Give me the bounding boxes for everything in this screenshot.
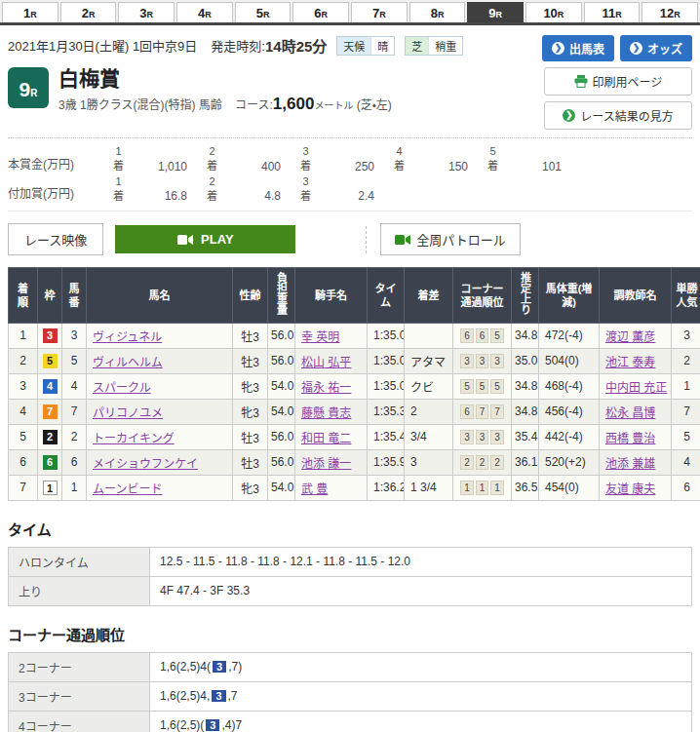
video-row: レース映像 PLAY 全周パトロール (8, 223, 692, 255)
col-corner-order: コーナー通過順位 (453, 268, 512, 323)
win-favorite: 6 (672, 475, 700, 500)
race-tab-9r[interactable]: 9R (467, 2, 524, 22)
finish-position: 1 (9, 323, 38, 348)
prize-value: 101 (498, 160, 562, 173)
trainer-link[interactable]: 友道 康夫 (605, 482, 655, 496)
col-carried-weight-label: 負担重量 (275, 272, 287, 315)
col-frame: 枠 (38, 268, 62, 323)
finish-time: 1:36.2 (368, 475, 405, 500)
print-page-label: 印刷用ページ (593, 73, 663, 90)
race-tab-8r[interactable]: 8R (409, 2, 466, 22)
jockey-link[interactable]: 幸 英明 (301, 330, 339, 344)
table-row: ハロンタイム 12.5 - 11.5 - 11.8 - 11.8 - 12.1 … (9, 547, 692, 576)
horse-name-link[interactable]: ムーンビード (93, 482, 162, 496)
frame-badge-cell: 6 (38, 449, 62, 475)
trainer-link[interactable]: 池江 泰寿 (605, 356, 655, 369)
race-tab-11r[interactable]: 11R (584, 2, 641, 22)
table-row: 3コーナー 1,6(2,5)4,3,7 (9, 681, 692, 711)
horse-name-link[interactable]: メイショウフンケイ (93, 457, 198, 471)
entry-table-label: 出馬表 (569, 40, 604, 57)
race-number: 9 (19, 71, 31, 108)
frame-badge: 6 (43, 455, 58, 470)
jockey-link[interactable]: 松山 弘平 (301, 356, 351, 369)
tab-suffix: R (438, 10, 445, 19)
prize-value: 150 (405, 160, 468, 173)
prize-extra-row: 付加賞(万円) 1着16.82着4.83着2.4 (8, 174, 692, 204)
horse-name-link[interactable]: ヴィジュネル (93, 330, 162, 344)
race-video-button[interactable]: レース映像 (8, 223, 103, 255)
corner-pos-box: 3 (490, 430, 504, 444)
prize-rank: 2着 (207, 144, 217, 173)
trainer-link-cell: 中内田 充正 (600, 373, 672, 399)
race-tab-12r[interactable]: 12R (642, 2, 698, 22)
horse-weight: 442(-4) (539, 424, 600, 449)
jockey-link-cell: 武 豊 (295, 475, 368, 500)
race-tab-6r[interactable]: 6R (292, 2, 349, 22)
frame-badge-cell: 7 (38, 399, 62, 424)
result-row: 666メイショウフンケイ牡356.0池添 謙一1:35.9322236.1520… (9, 449, 700, 475)
race-tab-5r[interactable]: 5R (235, 2, 292, 22)
frame-badge-cell: 3 (38, 323, 62, 348)
col-last-3f: 推定上り (512, 268, 539, 323)
odds-button[interactable]: ❯オッズ (620, 35, 692, 61)
entry-table-button[interactable]: ❯出馬表 (542, 35, 614, 61)
finish-time: 1:35.0 (368, 323, 405, 348)
corner-pos-box: 5 (476, 379, 489, 394)
jockey-link[interactable]: 和田 竜二 (301, 432, 351, 445)
trainer-link[interactable]: 松永 昌博 (605, 406, 655, 420)
race-tab-1r[interactable]: 1R (2, 2, 58, 22)
jockey-link[interactable]: 池添 謙一 (301, 457, 351, 471)
prize-value: 4.8 (217, 189, 281, 203)
prize-item: 1着1,010 (113, 144, 207, 173)
race-tab-10r[interactable]: 10R (525, 2, 582, 22)
tab-suffix: R (674, 10, 681, 19)
corner2-value: 1,6(2,5)4(3,7) (150, 652, 692, 681)
last-3f: 36.1 (512, 449, 539, 475)
corner4-value: 1,6(2,5)(3,4)7 (150, 711, 692, 732)
start-time: 14時25分 (265, 35, 327, 56)
race-tab-7r[interactable]: 7R (351, 2, 408, 22)
horse-name-link[interactable]: スパークル (93, 381, 151, 395)
carried-weight: 54.0 (268, 399, 295, 424)
tab-suffix: R (496, 10, 503, 19)
margin: 1 3/4 (405, 475, 453, 500)
video-camera-icon (395, 234, 410, 246)
corner-pos-box: 3 (476, 430, 489, 444)
jockey-link[interactable]: 福永 祐一 (301, 381, 351, 395)
last-3f: 35.4 (512, 424, 539, 449)
race-video-label: レース映像 (24, 233, 87, 248)
corner-order-text: 1,6(2,5)4( (160, 660, 211, 674)
patrol-video-button[interactable]: 全周パトロール (380, 223, 520, 255)
horse-weight: 468(-4) (539, 373, 600, 399)
trainer-link[interactable]: 中内田 充正 (605, 381, 667, 395)
prize-value: 400 (217, 160, 281, 173)
corner3-value: 1,6(2,5)4,3,7 (150, 681, 692, 711)
print-page-button[interactable]: 印刷用ページ (544, 67, 692, 96)
trainer-link[interactable]: 渡辺 薫彦 (605, 330, 655, 344)
horse-name-link[interactable]: パリコノユメ (93, 406, 163, 420)
race-conditions: 3歳 1勝クラス(混合)(特指) 馬齢 コース:1,600メートル (芝・左) (58, 95, 544, 114)
printer-icon (574, 75, 588, 88)
play-button[interactable]: PLAY (115, 225, 295, 253)
sex-age: 牡3 (233, 323, 268, 348)
jockey-link[interactable]: 武 豊 (301, 482, 328, 496)
trainer-link[interactable]: 西橋 豊治 (605, 432, 655, 445)
horse-name-link[interactable]: ヴィルヘルム (93, 356, 163, 369)
turf-value: 稍重 (428, 37, 462, 55)
howto-read-results-button[interactable]: ❯レース結果の見方 (544, 101, 692, 130)
jockey-link-cell: 池添 謙一 (295, 449, 368, 475)
win-favorite: 1 (672, 373, 700, 399)
frame-badge: 3 (43, 328, 58, 343)
horse-name-link[interactable]: トーカイキング (93, 432, 175, 445)
margin: 2 (405, 399, 453, 424)
weather-value: 晴 (370, 37, 394, 55)
race-tab-3r[interactable]: 3R (118, 2, 175, 22)
race-tab-4r[interactable]: 4R (176, 2, 233, 22)
finish-time: 1:35.9 (368, 449, 405, 475)
finish-time: 1:35.4 (368, 424, 405, 449)
prize-item: 2着4.8 (207, 174, 300, 204)
jockey-link[interactable]: 藤懸 貴志 (301, 406, 351, 420)
trainer-link[interactable]: 池添 兼雄 (605, 457, 655, 471)
race-tab-2r[interactable]: 2R (60, 2, 117, 22)
horse-name-link-cell: ヴィルヘルム (87, 348, 233, 373)
